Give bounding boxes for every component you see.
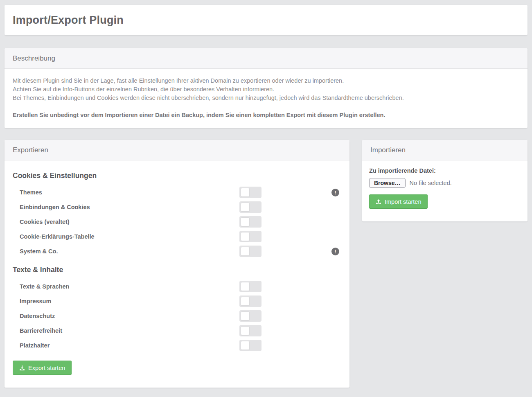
import-file-label: Zu importierende Datei: bbox=[369, 167, 519, 174]
row-label: Barrierefreiheit bbox=[20, 327, 239, 334]
export-panel: Exportieren Cookies & Einstellungen Them… bbox=[5, 140, 349, 388]
export-panel-body: Cookies & Einstellungen Themes ! Einbind… bbox=[5, 170, 349, 388]
import-panel-title: Importieren bbox=[370, 146, 406, 154]
toggle-switch-datenschutz[interactable] bbox=[239, 310, 261, 322]
toggle-switch-einbindungen-cookies[interactable] bbox=[239, 201, 261, 213]
import-start-button[interactable]: Import starten bbox=[369, 194, 428, 209]
download-icon bbox=[19, 365, 25, 371]
info-icon[interactable]: ! bbox=[331, 189, 339, 196]
toggle-knob bbox=[241, 188, 250, 197]
toggle-knob bbox=[241, 232, 250, 241]
browse-button[interactable]: Browse… bbox=[369, 178, 406, 188]
file-input-status: No file selected. bbox=[410, 180, 452, 186]
description-line: Bei Themes, Einbindungen und Cookies wer… bbox=[13, 94, 519, 102]
toggle-knob bbox=[241, 341, 250, 350]
row-label: System & Co. bbox=[20, 248, 239, 255]
panels-row: Exportieren Cookies & Einstellungen Them… bbox=[5, 140, 527, 388]
toggle-row-texte-sprachen: Texte & Sprachen bbox=[13, 279, 339, 294]
toggle-row-einbindungen-cookies: Einbindungen & Cookies bbox=[13, 200, 339, 214]
file-input: Browse… No file selected. bbox=[369, 178, 519, 188]
description-panel-header: Beschreibung bbox=[5, 48, 527, 69]
toggle-knob bbox=[241, 247, 250, 256]
row-label: Cookies (veraltet) bbox=[20, 219, 239, 225]
page-title-bar: Import/Export Plugin bbox=[5, 5, 527, 35]
upload-icon bbox=[376, 199, 381, 205]
row-label: Themes bbox=[20, 189, 239, 196]
toggle-knob bbox=[241, 217, 250, 226]
toggle-row-themes: Themes ! bbox=[13, 185, 339, 200]
import-start-button-label: Import starten bbox=[385, 198, 421, 205]
row-label: Texte & Sprachen bbox=[20, 283, 239, 290]
export-start-button-label: Export starten bbox=[28, 365, 65, 371]
row-label: Cookie-Erklärungs-Tabelle bbox=[20, 233, 239, 240]
section-heading-texte-inhalte: Texte & Inhalte bbox=[13, 264, 339, 275]
import-panel: Importieren Zu importierende Datei: Brow… bbox=[362, 140, 527, 221]
toggle-switch-barrierefreiheit[interactable] bbox=[239, 325, 261, 336]
row-label: Impressum bbox=[20, 298, 239, 305]
page-title: Import/Export Plugin bbox=[13, 14, 124, 27]
toggle-switch-impressum[interactable] bbox=[239, 295, 261, 307]
toggle-switch-cookie-erklaerungs-tabelle[interactable] bbox=[239, 231, 261, 242]
description-body: Mit diesem Plugin sind Sie in der Lage, … bbox=[5, 69, 527, 128]
toggle-knob bbox=[241, 297, 250, 306]
section-heading-cookies-einstellungen: Cookies & Einstellungen bbox=[13, 170, 339, 181]
toggle-switch-cookies-veraltet[interactable] bbox=[239, 216, 261, 228]
export-panel-header: Exportieren bbox=[5, 140, 349, 160]
description-warning: Erstellen Sie unbedingt vor dem Importie… bbox=[13, 111, 519, 120]
import-panel-body: Zu importierende Datei: Browse… No file … bbox=[362, 160, 527, 221]
toggle-row-barrierefreiheit: Barrierefreiheit bbox=[13, 323, 339, 338]
import-panel-header: Importieren bbox=[362, 140, 527, 160]
toggle-switch-themes[interactable] bbox=[239, 187, 261, 198]
export-start-button[interactable]: Export starten bbox=[13, 361, 72, 375]
info-icon[interactable]: ! bbox=[331, 248, 339, 255]
toggle-knob bbox=[241, 311, 250, 320]
row-label: Einbindungen & Cookies bbox=[20, 204, 239, 210]
row-label: Platzhalter bbox=[20, 342, 239, 349]
toggle-row-cookies-veraltet: Cookies (veraltet) bbox=[13, 214, 339, 229]
toggle-row-system-co: System & Co. ! bbox=[13, 244, 339, 259]
toggle-switch-texte-sprachen[interactable] bbox=[239, 281, 261, 292]
description-panel-title: Beschreibung bbox=[13, 54, 55, 63]
row-label: Datenschutz bbox=[20, 313, 239, 319]
description-panel: Beschreibung Mit diesem Plugin sind Sie … bbox=[5, 48, 527, 128]
page: Import/Export Plugin Beschreibung Mit di… bbox=[0, 0, 532, 388]
toggle-row-platzhalter: Platzhalter bbox=[13, 338, 339, 353]
description-line: Mit diesem Plugin sind Sie in der Lage, … bbox=[13, 77, 519, 85]
description-line: Achten Sie auf die Info-Buttons der einz… bbox=[13, 85, 519, 94]
export-panel-title: Exportieren bbox=[13, 146, 48, 154]
toggle-row-datenschutz: Datenschutz bbox=[13, 309, 339, 323]
toggle-knob bbox=[241, 326, 250, 335]
toggle-row-cookie-erklaerungs-tabelle: Cookie-Erklärungs-Tabelle bbox=[13, 229, 339, 244]
toggle-row-impressum: Impressum bbox=[13, 294, 339, 309]
toggle-knob bbox=[241, 203, 250, 212]
toggle-switch-platzhalter[interactable] bbox=[239, 340, 261, 351]
toggle-switch-system-co[interactable] bbox=[239, 246, 261, 257]
toggle-knob bbox=[241, 282, 250, 291]
